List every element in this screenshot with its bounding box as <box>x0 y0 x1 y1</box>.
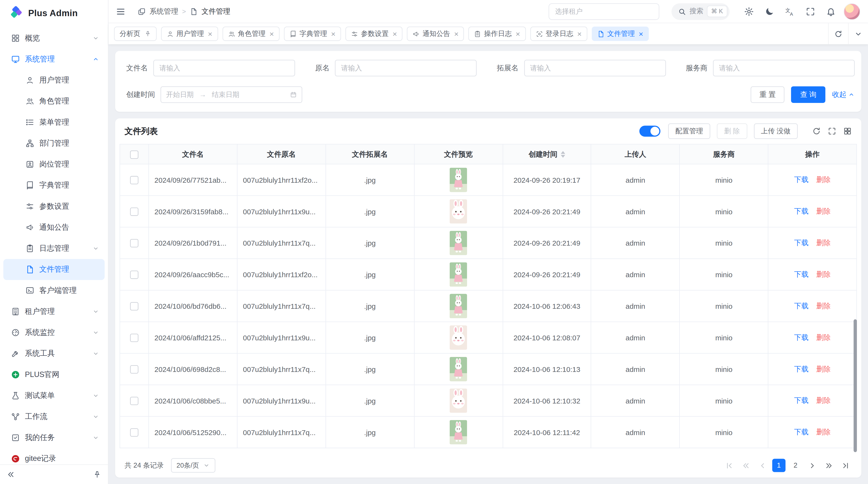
close-tab-icon[interactable]: × <box>639 30 643 38</box>
tab-dict-manage[interactable]: 字典管理× <box>284 27 341 41</box>
page-size-select[interactable]: 20条/页 <box>171 458 215 473</box>
close-tab-icon[interactable]: × <box>454 30 459 38</box>
date-range-input[interactable]: 开始日期 → 结束日期 <box>161 86 302 103</box>
sidebar-item-dept-manage[interactable]: 部门管理 <box>3 133 105 154</box>
download-link[interactable]: 下载 <box>794 207 809 215</box>
sidebar-item-post-manage[interactable]: 岗位管理 <box>3 154 105 175</box>
sidebar-item-client-manage[interactable]: 客户端管理 <box>3 280 105 301</box>
sidebar-item-role-manage[interactable]: 角色管理 <box>3 91 105 112</box>
delete-link[interactable]: 删除 <box>816 175 831 184</box>
filter-input-original-name[interactable] <box>335 60 477 76</box>
prev-5-pages-button[interactable] <box>739 459 752 472</box>
pin-icon[interactable] <box>144 30 151 37</box>
tab-notice[interactable]: 通知公告× <box>407 27 464 41</box>
sidebar-item-test-menu[interactable]: 测试菜单 <box>3 385 105 406</box>
delete-link[interactable]: 删除 <box>816 238 831 247</box>
filter-input-ext-name[interactable] <box>524 60 666 76</box>
filter-input-file-name[interactable] <box>153 60 295 76</box>
row-checkbox[interactable] <box>130 239 138 247</box>
dark-mode-icon[interactable] <box>765 6 774 16</box>
delete-link[interactable]: 删除 <box>816 428 831 436</box>
page-button-1[interactable]: 1 <box>772 459 785 472</box>
refresh-list-button[interactable] <box>812 127 821 136</box>
refresh-tab-button[interactable] <box>828 23 848 44</box>
prev-page-button[interactable] <box>756 459 769 472</box>
tab-param-settings[interactable]: 参数设置× <box>345 27 403 41</box>
file-preview-thumbnail[interactable] <box>450 294 467 318</box>
file-preview-thumbnail[interactable] <box>450 325 467 350</box>
translate-icon[interactable]: 文A <box>785 6 795 16</box>
download-link[interactable]: 下载 <box>794 396 809 405</box>
download-link[interactable]: 下载 <box>794 270 809 278</box>
sidebar-item-user-manage[interactable]: 用户管理 <box>3 70 105 91</box>
delete-button[interactable]: 删 除 <box>717 123 747 139</box>
close-tab-icon[interactable]: × <box>577 30 582 38</box>
sidebar-item-gitee-log[interactable]: gitee记录 <box>3 448 105 464</box>
file-preview-thumbnail[interactable] <box>450 262 467 287</box>
sidebar-item-menu-manage[interactable]: 菜单管理 <box>3 112 105 133</box>
app-logo[interactable]: Plus Admin <box>0 0 108 27</box>
delete-link[interactable]: 删除 <box>816 365 831 373</box>
tab-options-button[interactable] <box>848 23 868 44</box>
row-checkbox[interactable] <box>130 207 138 216</box>
delete-link[interactable]: 删除 <box>816 207 831 215</box>
fullscreen-icon[interactable] <box>806 6 815 16</box>
last-page-button[interactable] <box>839 459 852 472</box>
row-checkbox[interactable] <box>130 176 138 184</box>
row-checkbox[interactable] <box>130 302 138 311</box>
collapse-sidebar-button[interactable] <box>7 471 15 479</box>
close-tab-icon[interactable]: × <box>208 30 212 38</box>
close-tab-icon[interactable]: × <box>331 30 336 38</box>
file-preview-thumbnail[interactable] <box>450 168 467 192</box>
first-page-button[interactable] <box>722 459 736 472</box>
column-settings-button[interactable] <box>843 127 852 136</box>
tab-login-log[interactable]: 登录日志× <box>530 27 587 41</box>
delete-link[interactable]: 删除 <box>816 270 831 278</box>
row-checkbox[interactable] <box>130 365 138 374</box>
file-preview-thumbnail[interactable] <box>450 199 467 224</box>
delete-link[interactable]: 删除 <box>816 301 831 310</box>
sidebar-item-workflow[interactable]: 工作流 <box>3 406 105 427</box>
download-link[interactable]: 下载 <box>794 428 809 436</box>
delete-link[interactable]: 删除 <box>816 396 831 405</box>
download-link[interactable]: 下载 <box>794 333 809 341</box>
delete-link[interactable]: 删除 <box>816 333 831 341</box>
select-all-checkbox[interactable] <box>130 150 138 158</box>
tenant-select-input[interactable] <box>548 3 659 20</box>
sidebar-toggle-button[interactable] <box>116 6 126 16</box>
toggle-switch[interactable] <box>640 126 660 137</box>
user-avatar[interactable] <box>844 3 860 20</box>
download-link[interactable]: 下载 <box>794 238 809 247</box>
reset-button[interactable]: 重 置 <box>751 86 784 103</box>
row-checkbox[interactable] <box>130 397 138 405</box>
expand-table-button[interactable] <box>828 127 836 136</box>
sidebar-item-log-manage[interactable]: 日志管理 <box>3 238 105 259</box>
global-search[interactable]: 搜索 ⌘ K <box>671 3 730 20</box>
row-checkbox[interactable] <box>130 428 138 437</box>
row-checkbox[interactable] <box>130 271 138 279</box>
query-button[interactable]: 查 询 <box>791 86 825 103</box>
sidebar-item-dict-manage[interactable]: 字典管理 <box>3 175 105 196</box>
sort-icon[interactable] <box>561 151 565 158</box>
next-5-pages-button[interactable] <box>822 459 835 472</box>
file-preview-thumbnail[interactable] <box>450 357 467 381</box>
sidebar-item-notice[interactable]: 通知公告 <box>3 217 105 238</box>
tab-file-manage[interactable]: 文件管理× <box>592 27 649 41</box>
close-tab-icon[interactable]: × <box>393 30 397 38</box>
sidebar-item-system-tools[interactable]: 系统工具 <box>3 343 105 364</box>
sidebar-item-param-settings[interactable]: 参数设置 <box>3 196 105 217</box>
sidebar-item-overview[interactable]: 概览 <box>3 28 105 49</box>
row-checkbox[interactable] <box>130 333 138 342</box>
close-tab-icon[interactable]: × <box>269 30 274 38</box>
page-button-2[interactable]: 2 <box>789 459 802 472</box>
tab-analysis[interactable]: 分析页 <box>114 27 156 41</box>
download-link[interactable]: 下载 <box>794 301 809 310</box>
download-link[interactable]: 下载 <box>794 175 809 184</box>
notifications-icon[interactable] <box>826 6 836 16</box>
breadcrumb-section[interactable]: 系统管理 <box>150 6 178 16</box>
file-preview-thumbnail[interactable] <box>450 389 467 413</box>
sidebar-item-plus-site[interactable]: PLUS官网 <box>3 364 105 385</box>
sidebar-item-system-monitor[interactable]: 系统监控 <box>3 322 105 343</box>
table-scrollbar[interactable] <box>854 319 857 452</box>
tab-role-manage[interactable]: 角色管理× <box>222 27 279 41</box>
